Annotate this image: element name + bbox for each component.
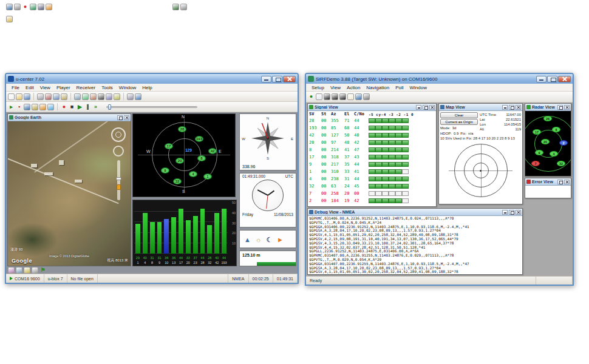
screenshot-icon[interactable] — [16, 267, 22, 274]
map-plot[interactable] — [440, 141, 521, 200]
audio-icon[interactable] — [38, 4, 44, 10]
new-file-icon[interactable] — [8, 93, 15, 100]
child-close-button[interactable] — [429, 105, 435, 110]
play-icon[interactable]: ▶ — [77, 104, 83, 110]
zoom-slider-knob[interactable] — [116, 177, 121, 180]
connection-segment[interactable]: COM16 9600 — [6, 274, 44, 283]
sirfdemo-titlebar[interactable]: SiRFDemo 3.88 (Target SW: Unknown) on CO… — [306, 74, 573, 84]
moon-icon[interactable]: ☾ — [266, 236, 273, 243]
menu-poll[interactable]: Poll — [392, 85, 406, 90]
menu-window[interactable]: Window — [407, 85, 430, 90]
menu-window[interactable]: Window — [116, 85, 139, 90]
autobaud-icon[interactable] — [24, 104, 30, 110]
mail-icon[interactable] — [24, 267, 30, 274]
minimize-button[interactable] — [261, 76, 271, 83]
error-view-titlebar[interactable]: Error View — [525, 178, 571, 186]
map-view-icon[interactable] — [90, 93, 97, 100]
child-maximize-button[interactable] — [509, 105, 514, 110]
child-close-button[interactable] — [564, 105, 570, 110]
log-file-icon[interactable] — [347, 93, 354, 100]
menu-action[interactable]: Action — [344, 85, 363, 90]
configuration-icon[interactable] — [114, 93, 120, 100]
response-view-icon[interactable] — [363, 93, 370, 100]
chart-view-icon[interactable] — [82, 93, 89, 100]
pin-icon[interactable] — [46, 4, 52, 10]
chart-icon[interactable] — [172, 4, 179, 10]
close-button[interactable] — [283, 76, 296, 83]
menu-view[interactable]: View — [37, 85, 53, 90]
open-file-icon[interactable] — [16, 93, 22, 100]
menu-view[interactable]: View — [327, 85, 344, 90]
child-close-button[interactable] — [516, 210, 521, 215]
record-icon[interactable]: ● — [22, 4, 29, 10]
print-icon[interactable] — [32, 267, 38, 274]
table-view-icon[interactable] — [74, 93, 81, 100]
flag-icon[interactable]: ⚑ — [39, 267, 46, 274]
child-maximize-button[interactable] — [557, 180, 563, 184]
child-maximize-button[interactable] — [509, 210, 514, 215]
menu-file[interactable]: File — [9, 85, 22, 90]
folder-icon[interactable] — [6, 16, 13, 22]
close-button[interactable] — [558, 76, 571, 83]
messages-view-icon[interactable] — [106, 93, 112, 100]
cut-icon[interactable] — [45, 93, 52, 100]
help-icon[interactable] — [135, 93, 141, 100]
child-minimize-button[interactable] — [502, 105, 508, 110]
settings-icon[interactable] — [180, 4, 187, 10]
child-maximize-button[interactable] — [557, 105, 563, 110]
map-view-icon[interactable] — [332, 93, 338, 100]
text-console-icon[interactable] — [98, 93, 104, 100]
player-position-slider[interactable] — [106, 106, 197, 108]
nmea-output[interactable]: $GPRMC,031406.00,A,2236.91252,N,11403.24… — [308, 216, 522, 274]
child-maximize-button[interactable] — [423, 105, 428, 110]
menu-edit[interactable]: Edit — [22, 85, 37, 90]
fast-forward-icon[interactable]: » — [92, 104, 99, 110]
data-source-icon[interactable] — [316, 93, 322, 100]
connect-icon[interactable]: ● — [308, 93, 315, 100]
print-icon[interactable] — [37, 93, 44, 100]
move-joystick[interactable] — [113, 146, 124, 157]
grid-icon[interactable] — [30, 4, 36, 10]
dock-arrow-icon[interactable]: ► — [277, 236, 284, 243]
pause-icon[interactable]: ∥ — [84, 104, 91, 110]
menu-setup[interactable]: Setup — [308, 85, 327, 90]
receiver-disconnect-icon[interactable]: ▪ — [16, 104, 22, 110]
minimize-button[interactable] — [536, 76, 546, 83]
zoom-icon[interactable] — [127, 93, 134, 100]
sunrise-icon[interactable]: ▲ — [244, 236, 251, 243]
ucenter-titlebar[interactable]: u-center 7.02 — [6, 74, 298, 84]
child-minimize-button[interactable] — [502, 210, 508, 215]
save-file-icon[interactable] — [24, 93, 30, 100]
radar-view-titlebar[interactable]: Radar View — [525, 104, 571, 111]
menu-tools[interactable]: Tools — [98, 85, 116, 90]
signal-view-icon[interactable] — [324, 93, 330, 100]
warmstart-icon[interactable] — [39, 104, 46, 110]
sun-icon[interactable]: ☼ — [255, 236, 262, 243]
zoom-slider[interactable] — [117, 160, 120, 200]
debug-view-icon[interactable] — [339, 93, 346, 100]
coldstart-icon[interactable] — [47, 104, 54, 110]
stop-icon[interactable]: ■ — [69, 104, 75, 110]
maximize-button[interactable] — [272, 76, 282, 83]
maximize-button[interactable] — [547, 76, 557, 83]
menu-help[interactable]: Help — [139, 85, 155, 90]
child-close-button[interactable] — [516, 105, 521, 110]
debug-view-titlebar[interactable]: Debug View - NMEA — [308, 209, 522, 216]
clear-button[interactable]: Clear — [440, 112, 478, 118]
copy-icon[interactable] — [53, 93, 60, 100]
screenshot-icon[interactable] — [14, 4, 21, 10]
pegman-icon[interactable] — [117, 184, 121, 190]
slider-knob[interactable] — [108, 104, 111, 110]
record-icon[interactable]: ● — [61, 104, 67, 110]
menu-receiver[interactable]: Receiver — [73, 85, 99, 90]
panel-close-button[interactable] — [124, 115, 129, 120]
receiver-connect-icon[interactable]: ▸ — [8, 104, 15, 110]
remote-session-icon[interactable] — [6, 4, 13, 10]
hotstart-icon[interactable] — [32, 104, 38, 110]
signal-view-titlebar[interactable]: Signal View — [308, 104, 436, 111]
menu-navigation[interactable]: Navigation — [363, 85, 392, 90]
child-minimize-button[interactable] — [416, 105, 421, 110]
paste-icon[interactable] — [61, 93, 67, 100]
satellite-imagery[interactable]: 漫游 93 Image © 2013 DigitalGlobe 视高 8013 … — [8, 121, 131, 266]
transmit-icon[interactable] — [355, 93, 362, 100]
